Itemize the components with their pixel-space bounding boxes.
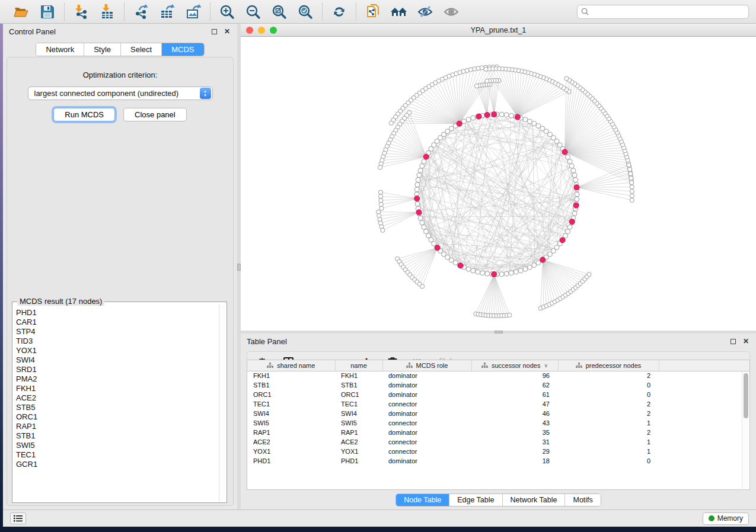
mcds-result-item[interactable]: ACE2	[15, 393, 218, 403]
table-tabs: Node Table Edge Table Network Table Moti…	[395, 493, 601, 507]
table-cell: 0	[558, 390, 659, 399]
new-network-from-selection-button[interactable]	[364, 4, 382, 20]
table-row[interactable]: ACE2ACE2connector311	[247, 437, 749, 447]
network-window-title: YPA_prune.txt_1	[241, 26, 756, 34]
table-panel-title: Table Panel	[247, 337, 724, 346]
export-table-button[interactable]	[158, 4, 176, 20]
run-mcds-button[interactable]: Run MCDS	[53, 108, 115, 121]
app-window: Control Panel ✕ Network Style Select MCD…	[3, 24, 756, 527]
table-cell: YOX1	[247, 447, 335, 456]
table-cell: 43	[471, 418, 558, 428]
import-network-button[interactable]	[72, 4, 90, 20]
tab-network[interactable]: Network	[36, 43, 84, 56]
control-panel-float-button[interactable]	[210, 27, 218, 36]
mcds-list-scrollbar[interactable]	[219, 305, 225, 501]
mcds-result-item[interactable]: ORC1	[15, 412, 218, 422]
table-row[interactable]: ORC1ORC1dominator610	[247, 390, 749, 399]
tab-network-table[interactable]: Network Table	[502, 494, 565, 506]
table-row[interactable]: SWI4SWI4dominator462	[247, 409, 749, 418]
mcds-result-item[interactable]: PMA2	[15, 374, 218, 384]
mcds-result-item[interactable]: RAP1	[15, 422, 218, 431]
mcds-result-item[interactable]: YOX1	[15, 346, 218, 355]
export-image-button[interactable]	[184, 4, 202, 20]
task-history-button[interactable]	[10, 512, 26, 524]
control-panel-close-button[interactable]: ✕	[223, 27, 231, 36]
refresh-button[interactable]	[330, 4, 348, 20]
table-cell: 1	[558, 447, 659, 456]
optimization-criterion-label: Optimization criterion:	[12, 70, 228, 79]
table-cell: STB1	[335, 380, 382, 390]
mcds-result-item[interactable]: STB1	[15, 431, 218, 441]
zoom-fit-button[interactable]	[270, 4, 288, 20]
table-scrollbar[interactable]	[742, 371, 749, 489]
table-row[interactable]: STB1STB1dominator620	[247, 380, 749, 390]
show-all-button[interactable]	[442, 4, 460, 20]
mcds-result-groupbox: MCDS result (17 nodes) PHD1CAR1STP4TID3Y…	[12, 302, 227, 503]
open-file-button[interactable]	[12, 4, 30, 20]
control-panel-titlebar: Control Panel ✕	[3, 24, 237, 39]
column-header-successor-nodes[interactable]: successor nodes ∨	[471, 360, 558, 371]
table-cell: 61	[471, 390, 558, 399]
zoom-in-button[interactable]	[218, 4, 236, 20]
zoom-out-button[interactable]	[244, 4, 262, 20]
save-icon	[40, 5, 55, 19]
mcds-result-item[interactable]: STB5	[15, 403, 218, 412]
tab-mcds[interactable]: MCDS	[161, 43, 203, 56]
tab-motifs[interactable]: Motifs	[564, 494, 600, 506]
table-cell: dominator	[382, 371, 471, 380]
attribute-icon	[576, 363, 582, 368]
column-header-predecessor-nodes[interactable]: predecessor nodes	[558, 360, 659, 371]
tab-node-table[interactable]: Node Table	[396, 494, 449, 506]
mcds-result-item[interactable]: FKH1	[15, 384, 218, 393]
mcds-result-item[interactable]: GCR1	[15, 460, 218, 469]
scrollbar-thumb[interactable]	[744, 373, 748, 418]
mcds-result-item[interactable]: CAR1	[15, 318, 218, 327]
table-cell: dominator	[382, 456, 471, 466]
zoom-selected-button[interactable]	[296, 4, 314, 20]
column-header-name[interactable]: name	[335, 360, 382, 371]
optimization-criterion-dropdown[interactable]: largest connected component (undirected)…	[28, 86, 213, 100]
table-cell: PHD1	[335, 456, 382, 466]
table-cell: dominator	[382, 390, 471, 399]
import-table-button[interactable]	[98, 4, 116, 20]
mcds-result-item[interactable]: SRD1	[15, 365, 218, 374]
table-cell: FKH1	[247, 371, 335, 380]
table-cell: ACE2	[335, 437, 382, 447]
mcds-result-item[interactable]: SWI4	[15, 355, 218, 365]
tab-style[interactable]: Style	[84, 43, 120, 56]
table-row[interactable]: SWI5SWI5connector431	[247, 418, 749, 428]
mcds-result-item[interactable]: TEC1	[15, 450, 218, 460]
mcds-result-item[interactable]: SWI5	[15, 441, 218, 450]
mcds-result-item[interactable]: STP4	[15, 327, 218, 336]
export-image-icon	[186, 4, 202, 20]
search-input[interactable]	[592, 8, 745, 16]
close-panel-button[interactable]: Close panel	[123, 108, 187, 121]
network-canvas[interactable]	[241, 37, 756, 331]
table-panel-close-button[interactable]: ✕	[742, 337, 750, 345]
table-row[interactable]: TEC1TEC1connector472	[247, 399, 749, 409]
table-panel: Table Panel ✕ ⚙ +	[241, 334, 756, 509]
tab-select[interactable]: Select	[120, 43, 161, 56]
search-box[interactable]	[577, 5, 749, 19]
table-row[interactable]: RAP1RAP1dominator352	[247, 428, 749, 437]
table-cell: 2	[558, 399, 659, 409]
column-header-mcds-role[interactable]: MCDS role	[382, 360, 471, 371]
table-cell: 35	[471, 428, 558, 437]
node-table-container: shared name name MCDS role successor nod…	[247, 360, 750, 490]
zoom-selected-icon	[298, 4, 313, 20]
table-row[interactable]: YOX1YOX1connector291	[247, 447, 749, 456]
mcds-result-item[interactable]: PHD1	[15, 308, 218, 318]
table-cell: FKH1	[335, 371, 382, 380]
zoom-in-icon	[219, 4, 235, 20]
export-network-button[interactable]	[132, 4, 150, 20]
tab-edge-table[interactable]: Edge Table	[449, 494, 502, 506]
hide-selected-button[interactable]	[416, 4, 434, 20]
table-panel-float-button[interactable]	[729, 337, 737, 345]
column-header-shared-name[interactable]: shared name	[247, 360, 335, 371]
table-row[interactable]: PHD1PHD1dominator180	[247, 456, 749, 466]
table-row[interactable]: FKH1FKH1dominator962	[247, 371, 749, 380]
save-session-button[interactable]	[39, 4, 56, 20]
memory-button[interactable]: Memory	[703, 512, 749, 525]
mcds-result-item[interactable]: TID3	[15, 336, 218, 346]
first-neighbors-button[interactable]	[390, 4, 408, 20]
